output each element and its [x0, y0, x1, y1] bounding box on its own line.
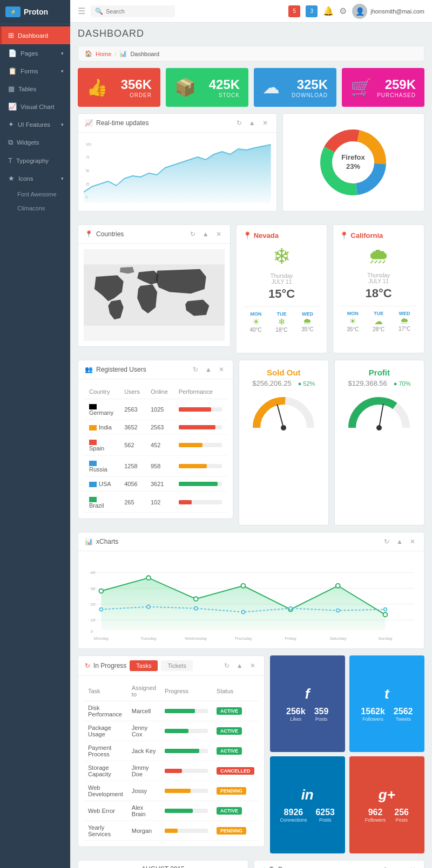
- arrow-icon: ▾: [61, 122, 64, 127]
- task-assigned: Jack Key: [127, 741, 160, 761]
- donut-container: Firefox 23%: [288, 119, 418, 206]
- search-input[interactable]: [106, 8, 171, 15]
- forecast-temp: 40°C: [249, 327, 261, 333]
- social-stat-value-2: 2562: [394, 707, 413, 716]
- col-header: Online: [145, 385, 173, 399]
- progress-close[interactable]: ✕: [248, 661, 258, 671]
- task-assigned: Marcell: [127, 701, 160, 721]
- xchart-close[interactable]: ✕: [408, 537, 417, 546]
- hamburger-icon[interactable]: ☰: [78, 6, 85, 16]
- in-progress-panel: ↻ In Progress Tasks Tickets ↻ ▲ ✕ TaskAs…: [78, 655, 265, 847]
- gear-icon[interactable]: ⚙: [339, 6, 347, 16]
- progress-refresh[interactable]: ↻: [222, 661, 232, 671]
- sidebar-item-forms[interactable]: 📋Forms▾: [0, 62, 70, 80]
- todo-close[interactable]: ✕: [408, 865, 417, 868]
- progress-collapse[interactable]: ▲: [234, 661, 245, 671]
- sidebar-item-visual-chart[interactable]: 📈Visual Chart: [0, 98, 70, 115]
- xchart-refresh[interactable]: ↻: [382, 537, 392, 546]
- sold-out-title: Sold Out: [247, 368, 321, 377]
- countries-refresh[interactable]: ↻: [188, 229, 198, 239]
- xchart-collapse[interactable]: ▲: [394, 537, 405, 546]
- task-bar-inner: [165, 809, 193, 813]
- sidebar-label: Visual Chart: [21, 104, 54, 110]
- sidebar-icon: ★: [8, 174, 15, 182]
- online-cell: 958: [145, 456, 173, 477]
- weather-temp: 15°C: [243, 287, 321, 301]
- sidebar-item-typography[interactable]: TTypography: [0, 152, 70, 169]
- sidebar-sub-climacons[interactable]: Climacons: [0, 201, 70, 215]
- breadcrumb-home[interactable]: Home: [96, 51, 111, 57]
- bell-icon[interactable]: 🔔: [323, 6, 334, 16]
- status-badge: Active: [217, 807, 242, 815]
- perf-bar-inner: [179, 482, 218, 486]
- search-box: 🔍: [91, 5, 175, 17]
- social-stat-value-1: 1562k: [361, 707, 385, 716]
- svg-point-31: [383, 612, 388, 617]
- xchart-panel: 📊 xCharts ↻ ▲ ✕: [78, 532, 424, 649]
- sidebar-item-tables[interactable]: ▦Tables: [0, 80, 70, 98]
- svg-text:40: 40: [91, 570, 96, 575]
- todo-panel: ✓ To Do ↻ ▲ ✕ Today Add slider home to c…: [254, 860, 424, 868]
- users-close[interactable]: ✕: [217, 365, 226, 374]
- refresh-btn[interactable]: ↻: [234, 118, 244, 128]
- notification-badge-2[interactable]: 3: [306, 5, 318, 17]
- collapse-btn[interactable]: ▲: [247, 118, 258, 128]
- todo-refresh[interactable]: ↻: [382, 865, 392, 868]
- pin-icon: 📍: [243, 231, 252, 240]
- task-bar-outer: [165, 749, 208, 753]
- sidebar-item-ui-features[interactable]: ✦UI Features▾: [0, 115, 70, 133]
- sidebar-label: Icons: [18, 175, 33, 182]
- user-menu[interactable]: 👤 jhonsmith@mai.com: [352, 4, 424, 19]
- stat-icon: 🛒: [350, 77, 372, 98]
- cal-prev[interactable]: ‹: [85, 865, 87, 868]
- notification-badge-1[interactable]: 5: [288, 5, 300, 17]
- sidebar-item-icons[interactable]: ★Icons▾: [0, 169, 70, 187]
- svg-point-38: [383, 607, 387, 611]
- stat-icon: ☁: [262, 77, 280, 98]
- users-refresh[interactable]: ↻: [191, 365, 200, 374]
- countries-close[interactable]: ✕: [214, 229, 224, 239]
- task-progress: [160, 701, 212, 721]
- content-area: DASHBOARD 🏠 Home / 📊 Dashboard 👍 356K OR…: [70, 23, 432, 868]
- chart-icon: 📈: [85, 119, 93, 127]
- col-header: Country: [84, 385, 119, 399]
- browser-body: Firefox 23%: [283, 114, 424, 211]
- logo-text: Proton: [24, 8, 48, 16]
- countries-collapse[interactable]: ▲: [200, 229, 211, 239]
- country-cell: Spain: [84, 435, 119, 456]
- weather-day: Thursday: [243, 273, 321, 279]
- task-name: Payment Process: [84, 741, 127, 761]
- sidebar-item-dashboard[interactable]: ⊞Dashboard: [0, 26, 70, 44]
- country-cell: USA: [84, 477, 119, 491]
- svg-text:30: 30: [91, 586, 96, 591]
- todo-title: To Do: [269, 866, 286, 868]
- cal-next[interactable]: ›: [239, 865, 241, 868]
- sidebar-sub-font-awesome[interactable]: Font Awesome: [0, 187, 70, 201]
- social-stat-value-1: 962: [365, 808, 386, 817]
- weather-temp: 18°C: [340, 286, 417, 300]
- task-bar-outer: [165, 809, 208, 813]
- sidebar-item-pages[interactable]: 📄Pages▾: [0, 44, 70, 62]
- stat-value: 259K: [377, 77, 416, 92]
- progress-icon: ↻: [85, 662, 90, 669]
- forecast-icon: 🌧: [301, 317, 313, 326]
- social-stats: 962 Followers 256 Posts: [365, 808, 409, 823]
- online-cell: 102: [145, 491, 173, 512]
- stat-card-download: ☁ 325K DOWNLOAD: [254, 68, 336, 107]
- todo-collapse[interactable]: ▲: [394, 865, 405, 868]
- close-btn[interactable]: ✕: [260, 118, 270, 128]
- sidebar: ⚡ Proton ⊞Dashboard📄Pages▾📋Forms▾▦Tables…: [0, 0, 70, 868]
- online-cell: 1025: [145, 399, 173, 420]
- sidebar-item-widgets[interactable]: ⧉Widgets: [0, 133, 70, 152]
- sold-gauge: [251, 393, 316, 430]
- realtime-header: 📈 Real-time updates ↻ ▲ ✕: [78, 114, 276, 133]
- online-cell: 3621: [145, 477, 173, 491]
- countries-body: [78, 244, 230, 346]
- xchart-svg: 40 30 20 10 0: [88, 561, 414, 642]
- calendar-widget: ‹ AUGUST 2015 › SUNMONTUEWEDTHUFRISAT123…: [78, 860, 248, 868]
- tab-tasks[interactable]: Tasks: [130, 660, 158, 671]
- tab-tickets[interactable]: Tickets: [161, 660, 192, 671]
- stat-card-order: 👍 356K ORDER: [78, 68, 160, 107]
- social-icon: in: [301, 787, 314, 803]
- users-collapse[interactable]: ▲: [203, 365, 214, 374]
